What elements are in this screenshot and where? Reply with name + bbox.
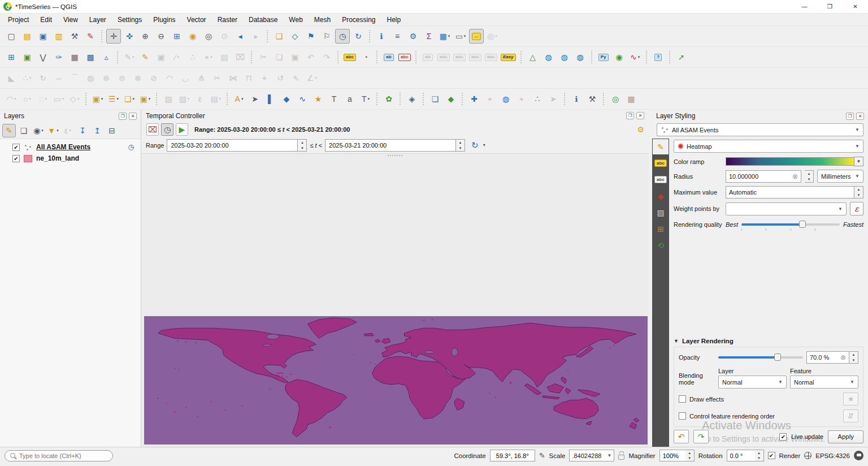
menu-layer[interactable]: Layer [84, 15, 112, 25]
pan-map[interactable]: ✛ [106, 29, 121, 44]
digitizing-tools-plugin[interactable]: ✿ [381, 92, 396, 106]
options[interactable]: ⚙ [406, 29, 420, 44]
filter-legend[interactable]: ▼▾ [46, 124, 60, 137]
enable-advanced-digitizing[interactable]: ◣ [4, 71, 19, 85]
zoom-last[interactable]: ◂ [233, 29, 248, 44]
new-html-annotation[interactable]: a [342, 92, 357, 106]
new-project[interactable]: ▢ [4, 29, 19, 44]
new-mesh-layer[interactable]: ▩ [83, 50, 98, 64]
expand-all[interactable]: ↧ [76, 124, 89, 137]
menu-edit[interactable]: Edit [34, 15, 58, 25]
canvas-splitter-grip[interactable] [388, 155, 402, 157]
offset-point-symbol[interactable]: ⇖ [289, 71, 303, 85]
float-panel-icon[interactable]: ❐ [119, 113, 127, 120]
info-metadata-button[interactable]: ℹ [569, 92, 584, 106]
cut-features[interactable]: ✂ [256, 50, 271, 64]
measure-line[interactable]: ▭▾ [453, 29, 468, 44]
zoom-to-selection[interactable]: ◉ [185, 29, 200, 44]
map-tips[interactable]: … [469, 29, 484, 44]
zoom-out[interactable]: ⊖ [154, 29, 168, 44]
heatmap-contour-plugin[interactable]: ◉ [612, 50, 627, 64]
scale-feature[interactable]: ⇔ [51, 71, 66, 85]
menu-plugins[interactable]: Plugins [147, 15, 181, 25]
save-project[interactable]: ▣ [36, 29, 50, 44]
plugin-anchor-tool[interactable]: ✚ [467, 92, 481, 106]
copy-features[interactable]: ❏ [272, 50, 287, 64]
apply-button[interactable]: Apply [828, 430, 863, 443]
delete-selected[interactable]: ⌧ [233, 50, 248, 64]
ellipse-tool[interactable]: ◌▾ [36, 92, 50, 106]
diagrams-tab[interactable]: ⊞ [653, 221, 669, 236]
deselect-features-all-layers[interactable]: ❏▾ [122, 92, 137, 106]
crs-value[interactable]: EPSG:4326 [815, 452, 850, 459]
fill-ring[interactable]: ⊜ [115, 71, 129, 85]
3d-view-tab[interactable]: ◆ [653, 188, 669, 204]
menu-database[interactable]: Database [243, 15, 283, 25]
circle-tool[interactable]: ○▾ [20, 92, 34, 106]
modify-annotations[interactable]: ➤ [248, 92, 262, 106]
fixed-range-navigation[interactable]: ◷ [161, 123, 173, 136]
dataplotly-plugin[interactable]: △ [526, 50, 540, 64]
circular-string-tool[interactable]: ◠▾ [4, 92, 19, 106]
temporal-profile-plot[interactable]: ∿▾ [628, 50, 643, 64]
cluster-points-plugin[interactable]: ∴ [530, 92, 545, 106]
layer-visibility-checkbox[interactable] [12, 155, 20, 162]
opacity-slider[interactable] [718, 353, 803, 361]
map-canvas[interactable] [141, 154, 649, 447]
zoom-to-native-resolution[interactable]: ⊙ [217, 29, 232, 44]
delete-ring[interactable]: ⊗ [131, 71, 145, 85]
python-console[interactable]: Py [596, 50, 611, 64]
opacity-value-box[interactable]: 70.0 % ⊗ [806, 351, 849, 364]
layer-tree-item[interactable]: ne_10m_land [0, 153, 141, 164]
draw-effects-checkbox[interactable] [679, 395, 686, 403]
move-label[interactable]: ab [420, 50, 435, 64]
layer-diagram-options[interactable]: ◔ [358, 50, 373, 64]
radius-spinner[interactable]: ▲▼ [805, 170, 814, 183]
easy-custom-labeling[interactable]: Easy [500, 50, 517, 64]
add-part[interactable]: ⊛ [99, 71, 114, 85]
coordinate-input[interactable] [490, 450, 535, 461]
metasearch-globe[interactable]: ◍ [557, 50, 572, 64]
copy-paste-layer-style[interactable]: ❏ [428, 92, 442, 106]
highlight-pinned-labels[interactable]: abc [397, 50, 412, 64]
radius-value-box[interactable]: 10.000000 ⊗ [726, 170, 801, 183]
osm-place-search-globe[interactable]: ◍ [573, 50, 588, 64]
new-temporary-scratch-layer[interactable]: ✑ [51, 50, 66, 64]
magnifier-spinner[interactable]: ▲▼ [685, 450, 695, 461]
open-attribute-table[interactable]: ▦▾ [437, 29, 452, 44]
style-manager[interactable]: ✎ [83, 29, 98, 44]
rotation-input[interactable] [727, 450, 755, 461]
digitize-with-segment[interactable]: ∕▾ [170, 50, 184, 64]
select-by-expression[interactable]: ε [193, 92, 207, 106]
merge-attributes[interactable]: ⊓ [241, 71, 256, 85]
plugin-cursor-tool[interactable]: ➤ [546, 92, 561, 106]
open-layer-styling[interactable]: ✎ [2, 124, 16, 137]
mask-tab[interactable]: ▨ [653, 205, 669, 220]
vertex-editor[interactable]: ⌖ [257, 71, 272, 85]
scale-selector[interactable]: .84024288 ▼ [569, 450, 614, 461]
new-marker-annotation[interactable]: ★ [311, 92, 326, 106]
close-panel-icon[interactable]: ✕ [636, 112, 644, 119]
messages-button[interactable] [854, 451, 863, 460]
opacity-spinner[interactable]: ▲▼ [849, 351, 858, 364]
layer-visibility-checkbox[interactable] [12, 144, 20, 151]
world-map[interactable] [144, 316, 648, 445]
zoom-in[interactable]: ⊕ [138, 29, 153, 44]
menu-help[interactable]: Help [381, 15, 407, 25]
split-features[interactable]: ✂ [210, 71, 224, 85]
float-panel-icon[interactable]: ❐ [626, 112, 634, 119]
globe-crosshair-tool[interactable]: ◍ [498, 92, 513, 106]
quickmapservices-add-globe[interactable]: ◍ [541, 50, 556, 64]
new-spatial-bookmark[interactable]: ⚑ [303, 29, 318, 44]
zoom-to-layer[interactable]: ◎ [201, 29, 216, 44]
close-panel-icon[interactable]: ✕ [129, 113, 137, 120]
show-sum-statistics[interactable]: Σ [422, 29, 436, 44]
lock-scale-icon[interactable] [618, 455, 624, 460]
modify-attributes-of-selected[interactable]: ▤ [217, 50, 232, 64]
reshape-features[interactable]: ◡ [178, 71, 193, 85]
new-print-layout[interactable]: ▥ [51, 29, 66, 44]
temporal-navigation-off[interactable]: ⌧ [146, 123, 159, 136]
color-ramp-dropdown[interactable]: ▼ [854, 157, 863, 166]
clear-value-icon[interactable]: ⊗ [840, 353, 846, 361]
map-adjust-tool[interactable]: ▤▾ [209, 92, 223, 106]
